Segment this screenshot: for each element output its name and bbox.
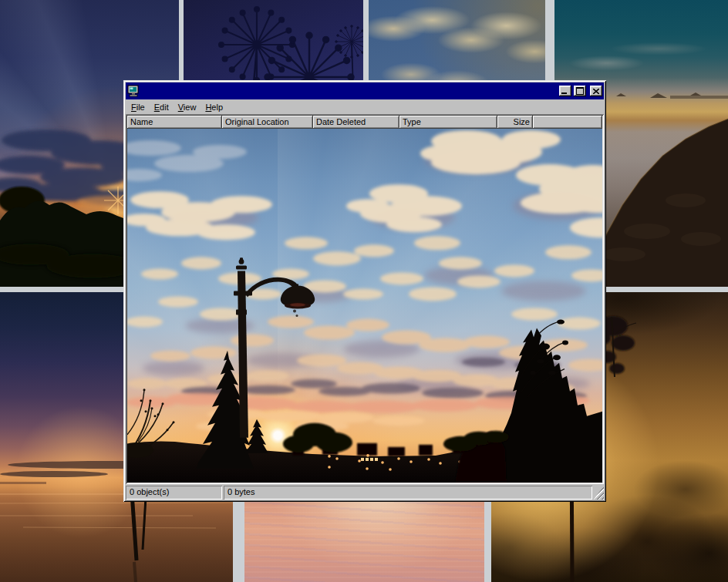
maximize-icon bbox=[576, 87, 584, 95]
list-client-area-sunset-photo[interactable] bbox=[127, 129, 602, 483]
status-bar: 0 object(s) 0 bytes bbox=[126, 486, 604, 500]
menu-file[interactable]: File bbox=[126, 101, 150, 113]
column-header-name[interactable]: Name bbox=[127, 116, 222, 129]
maximize-button[interactable] bbox=[574, 86, 586, 96]
sunset-lamp-photo-art bbox=[127, 129, 602, 483]
column-header-date-deleted[interactable]: Date Deleted bbox=[313, 116, 399, 129]
menu-bar: File Edit View Help bbox=[126, 99, 604, 114]
column-header-filler[interactable] bbox=[533, 116, 602, 129]
desktop: File Edit View Help Name Original Locati… bbox=[0, 0, 728, 582]
minimize-button[interactable] bbox=[559, 86, 571, 96]
status-object-count: 0 object(s) bbox=[126, 486, 222, 500]
list-view: Name Original Location Date Deleted Type… bbox=[126, 114, 604, 484]
close-icon bbox=[593, 89, 599, 94]
menu-view[interactable]: View bbox=[174, 101, 201, 113]
close-button[interactable] bbox=[590, 86, 602, 96]
column-header-size[interactable]: Size bbox=[497, 116, 533, 129]
resize-grip[interactable] bbox=[594, 486, 604, 500]
window-icon bbox=[127, 85, 140, 97]
column-header-row: Name Original Location Date Deleted Type… bbox=[127, 116, 602, 129]
menu-edit[interactable]: Edit bbox=[150, 101, 174, 113]
column-header-original-location[interactable]: Original Location bbox=[222, 116, 313, 129]
title-bar[interactable] bbox=[126, 82, 604, 99]
minimize-icon bbox=[561, 93, 567, 94]
menu-help[interactable]: Help bbox=[201, 101, 228, 113]
status-size: 0 bytes bbox=[224, 486, 592, 500]
recycle-bin-window: File Edit View Help Name Original Locati… bbox=[123, 80, 606, 502]
column-header-type[interactable]: Type bbox=[399, 116, 497, 129]
